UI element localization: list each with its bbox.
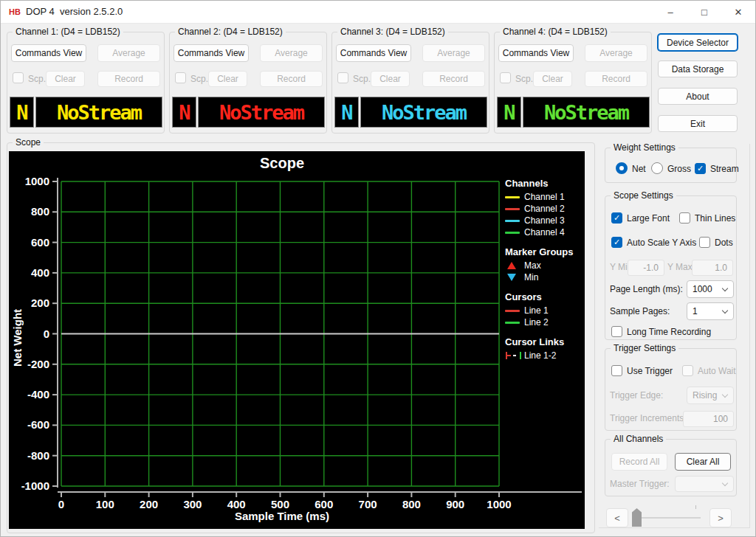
channel-1-average-button[interactable]: Average bbox=[97, 44, 160, 62]
line-icon bbox=[505, 196, 524, 198]
channel-2-title: Channel 2: (D4 = LDB152) bbox=[175, 27, 286, 37]
legend-item: Min bbox=[505, 272, 573, 283]
channel-1-clear-button[interactable]: Clear bbox=[46, 71, 85, 87]
svg-text:-200: -200 bbox=[27, 358, 49, 370]
channel-1-record-button[interactable]: Record bbox=[97, 71, 160, 87]
channel-2-record-button[interactable]: Record bbox=[260, 71, 323, 87]
channel-1-commands-view-button[interactable]: Commands View bbox=[11, 44, 86, 62]
channel-4-scp-checkbox[interactable] bbox=[500, 72, 511, 83]
channel-3-title: Channel 3: (D4 = LDB152) bbox=[337, 27, 448, 37]
svg-text:100: 100 bbox=[96, 498, 114, 510]
page-slider-track[interactable] bbox=[634, 517, 701, 519]
channel-3-clear-button[interactable]: Clear bbox=[371, 71, 410, 87]
channel-3-commands-view-button[interactable]: Commands View bbox=[336, 44, 411, 62]
master-trigger-select[interactable] bbox=[675, 476, 734, 492]
long-time-recording-checkbox[interactable] bbox=[611, 326, 622, 337]
channel-1-scp-checkbox[interactable] bbox=[13, 72, 24, 83]
channel-4-title: Channel 4: (D4 = LDB152) bbox=[500, 27, 611, 37]
x-axis-label: Sample Time (ms) bbox=[134, 510, 430, 522]
channel-2-commands-view-button[interactable]: Commands View bbox=[173, 44, 249, 62]
channel-1-title: Channel 1: (D4 = LDB152) bbox=[13, 27, 123, 37]
maximize-button[interactable]: □ bbox=[687, 1, 721, 23]
titlebar: HB DOP 4 version 2.5.2.0 – □ ✕ bbox=[1, 1, 755, 24]
scope-settings-group: Scope Settings Large Font Thin Lines Aut… bbox=[605, 195, 737, 340]
auto-wait-checkbox[interactable] bbox=[682, 365, 693, 376]
page-length-select[interactable]: 1000 bbox=[687, 280, 734, 298]
svg-text:-800: -800 bbox=[27, 449, 49, 462]
exit-button[interactable]: Exit bbox=[658, 115, 738, 132]
svg-text:-1000: -1000 bbox=[21, 479, 49, 492]
dots-checkbox[interactable] bbox=[699, 237, 710, 248]
legend-group-heading: Cursor Links bbox=[505, 336, 573, 347]
channel-4-record-button[interactable]: Record bbox=[585, 71, 647, 87]
legend-group-heading: Channels bbox=[505, 178, 573, 189]
line-icon bbox=[505, 232, 524, 234]
legend-item-label: Min bbox=[524, 272, 538, 283]
large-font-checkbox[interactable] bbox=[611, 212, 622, 224]
weight-settings-group: Weight Settings Net Gross Stream bbox=[605, 148, 737, 183]
chevron-down-icon bbox=[722, 392, 728, 398]
channel-4-clear-button[interactable]: Clear bbox=[533, 71, 572, 87]
sample-pages-label: Sample Pages: bbox=[610, 306, 670, 316]
sample-pages-select[interactable]: 1 bbox=[687, 302, 734, 320]
channel-4-commands-view-button[interactable]: Commands View bbox=[498, 44, 574, 62]
svg-text:900: 900 bbox=[446, 498, 464, 510]
trigger-settings-group: Trigger Settings Use Trigger Auto Wait T… bbox=[605, 348, 737, 431]
channel-2-average-button[interactable]: Average bbox=[260, 44, 323, 62]
trigger-edge-value: Rising bbox=[693, 390, 717, 401]
channel-1-status-display: NoStream bbox=[35, 97, 162, 128]
legend-item: Channel 3 bbox=[505, 215, 573, 226]
legend-group-heading: Marker Groups bbox=[505, 246, 573, 257]
page-slider-thumb[interactable] bbox=[632, 508, 642, 527]
sample-pages-value: 1 bbox=[693, 306, 698, 316]
data-storage-button[interactable]: Data Storage bbox=[658, 60, 738, 77]
legend-group-heading: Cursors bbox=[505, 291, 573, 302]
channel-4-group: Channel 4: (D4 = LDB152) Commands View A… bbox=[494, 32, 652, 134]
chart-title: Scope bbox=[134, 155, 430, 172]
y-max-field[interactable]: 1.0 bbox=[692, 260, 733, 276]
svg-text:-400: -400 bbox=[27, 388, 49, 401]
clear-all-button[interactable]: Clear All bbox=[675, 453, 731, 471]
y-min-field[interactable]: -1.0 bbox=[628, 260, 664, 276]
line-icon bbox=[505, 322, 524, 324]
trigger-edge-label: Trigger Edge: bbox=[610, 390, 663, 401]
svg-text:-600: -600 bbox=[27, 418, 49, 431]
minimize-button[interactable]: – bbox=[653, 1, 687, 23]
channel-2-status-short: N bbox=[172, 97, 196, 128]
channel-2-scp-checkbox[interactable] bbox=[175, 72, 186, 83]
channel-4-average-button[interactable]: Average bbox=[585, 44, 647, 62]
device-selector-button[interactable]: Device Selector bbox=[658, 34, 738, 51]
channel-3-scp-checkbox[interactable] bbox=[337, 72, 348, 83]
record-all-button[interactable]: Record All bbox=[611, 453, 667, 471]
page-next-button[interactable]: > bbox=[709, 508, 732, 527]
window-title: DOP 4 version 2.5.2.0 bbox=[26, 6, 123, 17]
stream-label: Stream bbox=[710, 164, 739, 174]
scope-settings-label: Scope Settings bbox=[611, 190, 676, 201]
weight-settings-label: Weight Settings bbox=[611, 142, 678, 153]
thin-lines-checkbox[interactable] bbox=[679, 212, 690, 224]
chevron-down-icon bbox=[722, 308, 728, 314]
channel-2-group: Channel 2: (D4 = LDB152) Commands View A… bbox=[169, 32, 327, 134]
stream-checkbox[interactable] bbox=[695, 163, 706, 174]
channel-3-average-button[interactable]: Average bbox=[422, 44, 485, 62]
about-button[interactable]: About bbox=[658, 88, 738, 105]
long-time-recording-label: Long Time Recording bbox=[627, 327, 711, 337]
use-trigger-checkbox[interactable] bbox=[611, 365, 622, 376]
trigger-edge-select[interactable]: Rising bbox=[687, 387, 734, 404]
master-trigger-label: Master Trigger: bbox=[610, 479, 670, 489]
line-icon bbox=[505, 220, 524, 222]
channel-2-status-display: NoStream bbox=[198, 97, 325, 128]
auto-scale-checkbox[interactable] bbox=[611, 237, 622, 248]
channel-3-status-display: NoStream bbox=[360, 97, 487, 128]
channel-3-record-button[interactable]: Record bbox=[422, 71, 485, 87]
scope-chart: -1000-800-600-400-2000200400600800100001… bbox=[9, 151, 585, 529]
trigger-increments-field[interactable]: 100 bbox=[683, 411, 734, 427]
svg-text:400: 400 bbox=[31, 266, 49, 279]
close-button[interactable]: ✕ bbox=[721, 1, 755, 23]
net-radio[interactable] bbox=[616, 162, 628, 174]
all-channels-label: All Channels bbox=[611, 434, 666, 444]
gross-radio[interactable] bbox=[651, 162, 663, 174]
channel-2-clear-button[interactable]: Clear bbox=[208, 71, 247, 87]
channel-4-status-short: N bbox=[497, 97, 521, 128]
page-prev-button[interactable]: < bbox=[606, 508, 628, 527]
